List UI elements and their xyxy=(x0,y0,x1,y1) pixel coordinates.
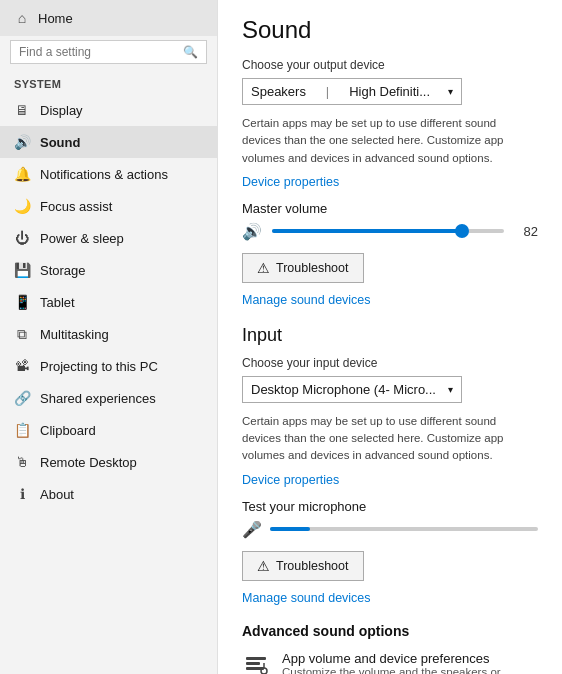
sidebar-item-multitasking[interactable]: ⧉ Multitasking xyxy=(0,318,217,350)
volume-row: 🔊 82 xyxy=(242,222,538,241)
app-name: App volume and device preferences xyxy=(282,651,538,666)
tablet-icon: 📱 xyxy=(14,294,30,310)
input-device-name: Desktop Microphone (4- Micro... xyxy=(251,382,436,397)
sidebar-item-label: Tablet xyxy=(40,295,75,310)
input-section-label: Choose your input device xyxy=(242,356,538,370)
sidebar: ⌂ Home 🔍 System 🖥 Display 🔊 Sound 🔔 Noti… xyxy=(0,0,218,674)
warning-icon-2: ⚠ xyxy=(257,558,270,574)
clipboard-icon: 📋 xyxy=(14,422,30,438)
app-row: App volume and device preferences Custom… xyxy=(242,651,538,675)
sidebar-item-label: Sound xyxy=(40,135,80,150)
home-label: Home xyxy=(38,11,73,26)
sidebar-item-label: Remote Desktop xyxy=(40,455,137,470)
page-title: Sound xyxy=(242,16,538,44)
volume-slider[interactable] xyxy=(272,229,504,233)
output-device-dropdown[interactable]: Speakers | High Definiti... ▾ xyxy=(242,78,462,105)
output-device-detail: High Definiti... xyxy=(349,84,430,99)
storage-icon: 💾 xyxy=(14,262,30,278)
output-troubleshoot-label: Troubleshoot xyxy=(276,261,349,275)
sidebar-item-projecting[interactable]: 📽 Projecting to this PC xyxy=(0,350,217,382)
output-manage-link[interactable]: Manage sound devices xyxy=(242,293,538,307)
notifications-icon: 🔔 xyxy=(14,166,30,182)
sidebar-item-clipboard[interactable]: 📋 Clipboard xyxy=(0,414,217,446)
input-troubleshoot-button[interactable]: ⚠ Troubleshoot xyxy=(242,551,364,581)
advanced-title: Advanced sound options xyxy=(242,623,538,639)
advanced-section: Advanced sound options App volume and de… xyxy=(242,623,538,675)
mic-row: 🎤 xyxy=(242,520,538,539)
multitasking-icon: ⧉ xyxy=(14,326,30,342)
power-icon: ⏻ xyxy=(14,230,30,246)
mic-level-bar xyxy=(270,527,538,531)
sound-icon: 🔊 xyxy=(14,134,30,150)
shared-icon: 🔗 xyxy=(14,390,30,406)
sidebar-item-label: About xyxy=(40,487,74,502)
sidebar-item-tablet[interactable]: 📱 Tablet xyxy=(0,286,217,318)
about-icon: ℹ xyxy=(14,486,30,502)
search-box[interactable]: 🔍 xyxy=(10,40,207,64)
input-device-properties-link[interactable]: Device properties xyxy=(242,473,538,487)
warning-icon: ⚠ xyxy=(257,260,270,276)
input-device-dropdown[interactable]: Desktop Microphone (4- Micro... ▾ xyxy=(242,376,462,403)
display-icon: 🖥 xyxy=(14,102,30,118)
sidebar-item-storage[interactable]: 💾 Storage xyxy=(0,254,217,286)
mic-level-fill xyxy=(270,527,310,531)
app-volume-icon xyxy=(244,653,268,675)
sidebar-item-label: Storage xyxy=(40,263,86,278)
output-troubleshoot-button[interactable]: ⚠ Troubleshoot xyxy=(242,253,364,283)
output-device-desc: Certain apps may be set up to use differ… xyxy=(242,115,538,167)
input-manage-link[interactable]: Manage sound devices xyxy=(242,591,538,605)
sidebar-item-remote[interactable]: 🖱 Remote Desktop xyxy=(0,446,217,478)
sidebar-item-label: Power & sleep xyxy=(40,231,124,246)
master-volume-label: Master volume xyxy=(242,201,538,216)
sidebar-item-label: Notifications & actions xyxy=(40,167,168,182)
remote-icon: 🖱 xyxy=(14,454,30,470)
sidebar-item-sound[interactable]: 🔊 Sound xyxy=(0,126,217,158)
sidebar-item-label: Multitasking xyxy=(40,327,109,342)
sidebar-item-focus[interactable]: 🌙 Focus assist xyxy=(0,190,217,222)
mic-test-label: Test your microphone xyxy=(242,499,538,514)
home-icon: ⌂ xyxy=(14,10,30,26)
main-content: Sound Choose your output device Speakers… xyxy=(218,0,562,674)
sidebar-item-power[interactable]: ⏻ Power & sleep xyxy=(0,222,217,254)
input-troubleshoot-label: Troubleshoot xyxy=(276,559,349,573)
sidebar-item-label: Display xyxy=(40,103,83,118)
sidebar-item-label: Shared experiences xyxy=(40,391,156,406)
svg-rect-1 xyxy=(246,662,260,665)
sidebar-item-label: Focus assist xyxy=(40,199,112,214)
volume-value: 82 xyxy=(514,224,538,239)
sidebar-item-notifications[interactable]: 🔔 Notifications & actions xyxy=(0,158,217,190)
output-device-properties-link[interactable]: Device properties xyxy=(242,175,538,189)
sidebar-home[interactable]: ⌂ Home xyxy=(0,0,217,36)
input-section-header: Input xyxy=(242,325,538,346)
input-dropdown-chevron-icon: ▾ xyxy=(448,384,453,395)
search-icon: 🔍 xyxy=(183,45,198,59)
sidebar-item-label: Clipboard xyxy=(40,423,96,438)
sidebar-item-label: Projecting to this PC xyxy=(40,359,158,374)
sidebar-item-shared[interactable]: 🔗 Shared experiences xyxy=(0,382,217,414)
speaker-icon: 🔊 xyxy=(242,222,262,241)
output-section-label: Choose your output device xyxy=(242,58,538,72)
search-input[interactable] xyxy=(19,45,183,59)
app-text: App volume and device preferences Custom… xyxy=(282,651,538,675)
input-device-desc: Certain apps may be set up to use differ… xyxy=(242,413,538,465)
focus-icon: 🌙 xyxy=(14,198,30,214)
svg-rect-0 xyxy=(246,657,266,660)
app-volume-icon-box xyxy=(242,651,270,675)
dropdown-chevron-icon: ▾ xyxy=(448,86,453,97)
sidebar-item-about[interactable]: ℹ About xyxy=(0,478,217,510)
sidebar-item-display[interactable]: 🖥 Display xyxy=(0,94,217,126)
projecting-icon: 📽 xyxy=(14,358,30,374)
microphone-icon: 🎤 xyxy=(242,520,262,539)
output-device-name: Speakers xyxy=(251,84,306,99)
app-desc: Customize the volume and the speakers or… xyxy=(282,666,538,675)
system-label: System xyxy=(0,72,217,94)
